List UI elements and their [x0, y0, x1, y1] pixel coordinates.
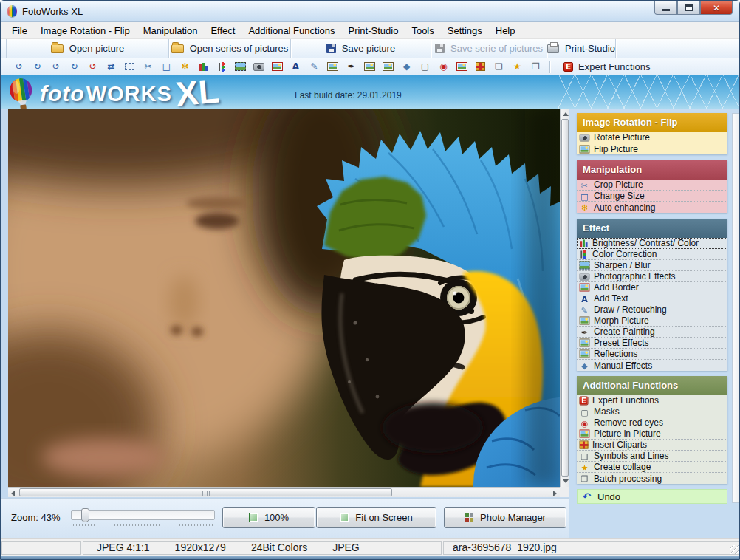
auto-enhance-wand-icon[interactable]: ✻: [177, 60, 193, 74]
panel-item[interactable]: Insert Cliparts: [577, 440, 727, 451]
vertical-scroll-thumb[interactable]: [561, 119, 569, 477]
reflections-icon[interactable]: [380, 60, 396, 74]
rotate-free-ccw-icon[interactable]: ↺: [48, 60, 64, 74]
sidebar-scrollbar-track[interactable]: [732, 113, 740, 503]
insert-cliparts-icon[interactable]: [473, 60, 488, 74]
panel-item[interactable]: Color Correction: [577, 249, 727, 260]
panel-item[interactable]: □ Change Size: [577, 191, 727, 202]
draw-retouching-icon[interactable]: ✎: [306, 60, 322, 74]
panel-item[interactable]: ◆ Manual Effects: [577, 360, 727, 371]
color-correction-icon[interactable]: [214, 60, 230, 74]
panel-item[interactable]: ★ Create collage: [577, 462, 727, 473]
panel-item[interactable]: ❏ Symbols and Lines: [577, 451, 727, 462]
view-buttons: 100% Fit on Screen Photo Manager: [222, 507, 566, 528]
rotate-free-cw-icon[interactable]: ↻: [66, 60, 82, 74]
undo-button[interactable]: ↶ Undo: [577, 489, 727, 504]
menu-item[interactable]: Image Rotation - Flip: [34, 23, 137, 38]
picture-in-picture-icon[interactable]: [454, 60, 470, 74]
toolbar-button[interactable]: Print-Studio: [547, 39, 616, 58]
scroll-left-icon[interactable]: [11, 491, 15, 496]
create-collage-icon[interactable]: ★: [510, 60, 525, 74]
logo-text: foto WORKS XL: [40, 75, 219, 109]
scroll-down-icon[interactable]: [563, 479, 569, 483]
canvas-horizontal-scrollbar[interactable]: [8, 487, 560, 497]
photographic-effects-icon[interactable]: [251, 60, 267, 74]
zoom-slider-thumb[interactable]: [81, 508, 89, 522]
resize-grip[interactable]: [730, 545, 739, 554]
panel-item[interactable]: E Expert Functions: [577, 395, 727, 406]
panel-item[interactable]: ✒ Create Painting: [577, 327, 727, 338]
masks-icon[interactable]: ▢: [417, 60, 433, 74]
create-painting-icon[interactable]: ✒: [343, 60, 359, 74]
maximize-icon: [685, 4, 693, 11]
perspective-icon[interactable]: [122, 60, 137, 74]
add-border-icon[interactable]: [270, 60, 285, 74]
toolbar-button[interactable]: Save serie of pictures: [431, 39, 547, 58]
panel-item[interactable]: Reflections: [577, 349, 727, 360]
menu-item[interactable]: File: [5, 23, 34, 38]
menu-item[interactable]: Manipulation: [137, 23, 205, 38]
horizontal-scroll-thumb[interactable]: [19, 488, 392, 496]
window-bottom-edge: [1, 556, 740, 560]
panel-image-rotation-flip: Image Rotation - Flip Rotate Picture Fli…: [577, 113, 727, 154]
toolbar-button[interactable]: Save picture: [291, 39, 431, 58]
flip-picture-icon[interactable]: ⇄: [103, 60, 119, 74]
title-bar[interactable]: FotoWorks XL: [1, 1, 739, 22]
image-canvas[interactable]: [8, 109, 569, 497]
panel-item[interactable]: ✎ Draw / Retouching: [577, 304, 727, 315]
panel-item[interactable]: Preset Effects: [577, 338, 727, 349]
menu-item[interactable]: Print-Studio: [341, 23, 405, 38]
panel-item[interactable]: ◉ Remove red eyes: [577, 417, 727, 428]
scrollbar-corner: [560, 487, 569, 497]
rotate-180-icon[interactable]: ↺: [85, 60, 100, 74]
panel-item[interactable]: Picture in Picture: [577, 428, 727, 440]
change-size-icon: □: [580, 191, 590, 200]
menu-item[interactable]: Tools: [405, 23, 440, 38]
panel-item[interactable]: Add Border: [577, 282, 727, 293]
scroll-right-icon[interactable]: [553, 491, 557, 496]
minimize-button[interactable]: [654, 1, 677, 15]
remove-red-eyes-icon[interactable]: ◉: [436, 60, 451, 74]
icon-toolbar-icons: ↺ ↻ ↺ ↻ ↺ ⇄: [11, 60, 544, 74]
canvas-vertical-scrollbar[interactable]: [560, 109, 569, 487]
logo-works: WORKS: [86, 82, 172, 106]
sharpen-blur-icon[interactable]: [233, 60, 248, 74]
panel-item[interactable]: Rotate Picture: [577, 132, 727, 143]
menu-item[interactable]: Help: [489, 23, 522, 38]
toolbar-button[interactable]: Open picture: [7, 39, 169, 58]
add-text-icon[interactable]: A: [288, 60, 304, 74]
panel-item[interactable]: Morph Picture: [577, 315, 727, 327]
change-size-icon[interactable]: □: [159, 60, 174, 74]
close-button[interactable]: [700, 1, 733, 15]
menu-item[interactable]: Additional Functions: [241, 23, 341, 38]
preset-effects-icon[interactable]: [362, 60, 377, 74]
rotate-right-90-icon[interactable]: ↻: [30, 60, 45, 74]
morph-picture-icon[interactable]: [325, 60, 340, 74]
symbols-lines-icon[interactable]: ❏: [491, 60, 507, 74]
panel-effect: Effect Brightness/ Contrast/ Color Color…: [577, 219, 727, 371]
zoom-100-icon[interactable]: 100%: [222, 507, 315, 528]
brightness-contrast-icon[interactable]: [196, 60, 211, 74]
panel-item[interactable]: ❐ Batch processing: [577, 473, 727, 484]
panel-item[interactable]: A Add Text: [577, 293, 727, 304]
batch-processing-icon[interactable]: ❐: [528, 60, 544, 74]
expert-functions-button[interactable]: E Expert Functions: [556, 61, 658, 72]
crop-scissors-icon[interactable]: ✂: [140, 60, 156, 74]
panel-item[interactable]: ✻ Auto enhancing: [577, 202, 727, 213]
menu-item[interactable]: Settings: [441, 23, 489, 38]
panel-item[interactable]: ▢ Masks: [577, 406, 727, 417]
fit-on-screen-icon[interactable]: Fit on Screen: [316, 507, 436, 528]
scroll-up-icon[interactable]: [563, 112, 569, 116]
manual-effects-icon[interactable]: ◆: [399, 60, 414, 74]
rotate-left-90-icon[interactable]: ↺: [11, 60, 27, 74]
photo-manager-icon[interactable]: Photo Manager: [444, 507, 566, 528]
zoom-slider[interactable]: [71, 510, 215, 520]
panel-item[interactable]: Photographic Effects: [577, 271, 727, 282]
maximize-button[interactable]: [677, 1, 700, 15]
panel-item[interactable]: Flip Picture: [577, 143, 727, 154]
panel-item[interactable]: Sharpen / Blur: [577, 260, 727, 271]
toolbar-button[interactable]: Open series of pictures: [169, 39, 291, 58]
menu-item[interactable]: Effect: [204, 23, 241, 38]
panel-item[interactable]: Brightness/ Contrast/ Color: [577, 238, 727, 249]
panel-item[interactable]: ✂ Crop Picture: [577, 180, 727, 191]
